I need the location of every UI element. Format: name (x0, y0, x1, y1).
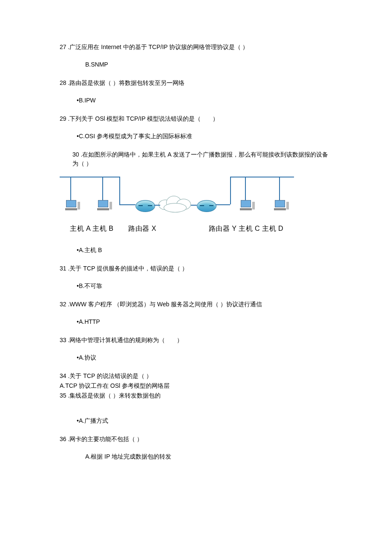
link-line (154, 205, 160, 206)
question-text: 30 .在如图所示的网络中，如果主机 A 发送了一个广播数据报，那么有可能接收到… (72, 150, 332, 168)
cloud-icon (159, 195, 193, 213)
question-27: 27 .广泛应用在 Internet 中的基于 TCP/IP 协议簇的网络管理协… (60, 43, 332, 69)
diagram-labels: 主机 A 主机 B 路由器 X 路由器 Y 主机 C 主机 D (60, 224, 332, 234)
question-number: 33 (60, 337, 66, 343)
question-number: 32 (60, 301, 66, 308)
label-host-ab: 主机 A 主机 B (70, 224, 113, 234)
question-number: 27 (60, 44, 66, 50)
host-a-icon (65, 200, 78, 210)
question-number: 29 (60, 115, 66, 122)
question-body: .集线器是依据（ ）来转发数据包的 (68, 392, 161, 399)
answer-text: •C.OSI 参考模型成为了事实上的国际标标准 (77, 132, 332, 141)
question-34-35: 34 .关于 TCP 的说法错误的是（ ） A.TCP 协议工作在 OSl 参考… (60, 372, 332, 400)
question-body: .关于 TCP 的说法错误的是（ ） (68, 372, 152, 379)
document-page: 27 .广泛应用在 Internet 中的基于 TCP/IP 协议簇的网络管理协… (0, 0, 392, 555)
answer-text: A.TCP 协议工作在 OSl 参考模型的网络层 (60, 381, 332, 390)
network-diagram (60, 177, 298, 219)
answer-text: •A.协议 (77, 353, 332, 362)
link-line (216, 204, 230, 205)
answer-text: B.SNMP (85, 60, 332, 69)
question-body: .广泛应用在 Internet 中的基于 TCP/IP 协议簇的网络管理协议是（… (68, 44, 248, 50)
question-text: 34 .关于 TCP 的说法错误的是（ ） (60, 372, 332, 381)
bus-line (230, 177, 294, 177)
host-d-icon (274, 200, 286, 210)
label-right-side: 路由器 Y 主机 C 主机 D (209, 224, 283, 234)
link-line (119, 204, 135, 205)
question-number: 31 (60, 265, 66, 272)
question-32: 32 .WWW 客户程序 （即浏览器）与 Web 服务器之间使用（ ）协议进行通… (60, 300, 332, 326)
question-33: 33 .网络中管理计算机通信的规则称为（ ） •A.协议 (60, 336, 332, 362)
drop-line (70, 177, 71, 200)
label-router-x: 路由器 X (128, 224, 156, 234)
question-number: 35 (60, 392, 66, 399)
answer-text: •B.IPW (77, 96, 332, 105)
question-30: 30 .在如图所示的网络中，如果主机 A 发送了一个广播数据报，那么有可能接收到… (60, 150, 332, 255)
host-b-icon (97, 200, 110, 210)
question-text: 36 .网卡的主要功能不包括（ ） (60, 435, 332, 444)
question-body: .WWW 客户程序 （即浏览器）与 Web 服务器之间使用（ ）协议进行通信 (68, 301, 262, 308)
question-text: 35 .集线器是依据（ ）来转发数据包的 (60, 391, 332, 400)
question-number: 28 (60, 79, 66, 86)
drop-line (119, 177, 120, 204)
answer-text: •A.主机 B (77, 246, 332, 255)
link-line (191, 205, 197, 206)
question-text: 28 .路由器是依据（ ）将数据包转发至另一网络 (60, 78, 332, 87)
question-number: 34 (60, 372, 66, 379)
drop-line (279, 177, 280, 200)
router-x-icon (135, 200, 155, 212)
host-c-icon (239, 200, 252, 210)
question-body: .网络中管理计算机通信的规则称为（ ） (68, 337, 183, 343)
drop-line (245, 177, 246, 200)
question-28: 28 .路由器是依据（ ）将数据包转发至另一网络 •B.IPW (60, 78, 332, 105)
bus-line (60, 177, 119, 177)
router-y-icon (197, 200, 216, 212)
answer-text: •B.不可靠 (77, 282, 332, 291)
question-body: .下列关于 OSl 模型和 TCP/IP 模型说法错误的是（ ） (68, 115, 219, 122)
question-text: 33 .网络中管理计算机通信的规则称为（ ） (60, 336, 332, 345)
question-body: .关于 TCP 提供服务的描述中，错误的是（ ） (68, 265, 187, 272)
question-number: 30 (72, 151, 79, 158)
answer-text: A.根据 IP 地址完成数据包的转发 (85, 452, 332, 461)
drop-line (230, 177, 231, 204)
answer-text: •A.HTTP (77, 317, 332, 326)
question-number: 36 (60, 436, 66, 442)
question-31: 31 .关于 TCP 提供服务的描述中，错误的是（ ） •B.不可靠 (60, 264, 332, 291)
question-text: 32 .WWW 客户程序 （即浏览器）与 Web 服务器之间使用（ ）协议进行通… (60, 300, 332, 309)
question-text: 31 .关于 TCP 提供服务的描述中，错误的是（ ） (60, 264, 332, 273)
drop-line (102, 177, 103, 200)
question-text: 29 .下列关于 OSl 模型和 TCP/IP 模型说法错误的是（ ） (60, 114, 332, 123)
question-body: .路由器是依据（ ）将数据包转发至另一网络 (68, 79, 184, 86)
question-body: .网卡的主要功能不包括（ ） (68, 436, 143, 442)
question-text: 27 .广泛应用在 Internet 中的基于 TCP/IP 协议簇的网络管理协… (60, 43, 332, 52)
question-36: 36 .网卡的主要功能不包括（ ） A.根据 IP 地址完成数据包的转发 (60, 435, 332, 461)
question-body: .在如图所示的网络中，如果主机 A 发送了一个广播数据报，那么有可能接收到该数据… (72, 151, 328, 167)
answer-text: •A.广播方式 (77, 416, 332, 425)
question-29: 29 .下列关于 OSl 模型和 TCP/IP 模型说法错误的是（ ） •C.O… (60, 114, 332, 141)
